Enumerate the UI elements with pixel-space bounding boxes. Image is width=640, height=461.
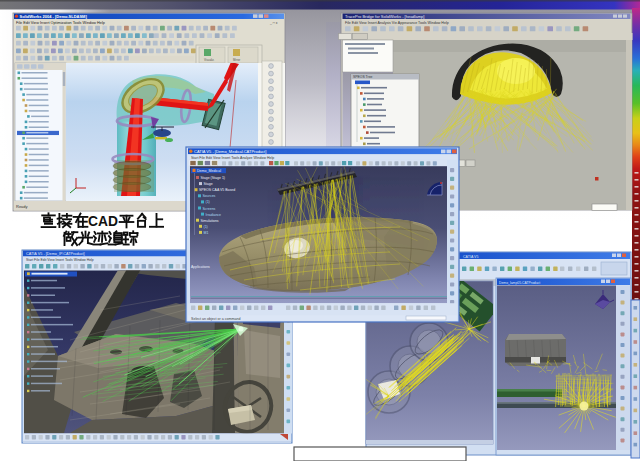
svg-text:M1: M1 bbox=[204, 231, 209, 235]
svg-text:CATIA V5: CATIA V5 bbox=[463, 255, 479, 259]
svg-text:Irradiance: Irradiance bbox=[206, 213, 222, 217]
svg-text:(1): (1) bbox=[204, 225, 208, 229]
svg-text:Select an object or a command: Select an object or a command bbox=[191, 317, 241, 321]
svg-text:Demo_Medical: Demo_Medical bbox=[197, 169, 221, 173]
svg-text:Start File Edit View: Start File Edit View Insert Tools Analyz… bbox=[191, 156, 274, 160]
svg-text:SPEOS CAA V5 Based: SPEOS CAA V5 Based bbox=[199, 188, 235, 192]
svg-text:File Edit View Insert Anal: File Edit View Insert Analysis Vie Appea… bbox=[345, 21, 449, 25]
svg-text:Stage: Stage bbox=[204, 182, 213, 186]
svg-text:Visualiz.: Visualiz. bbox=[204, 58, 215, 62]
svg-text:CATIA V5 - [Demo_Medical.CAT: CATIA V5 - [Demo_Medical.CATProduct] bbox=[194, 149, 266, 154]
svg-text:SPEOS Tree: SPEOS Tree bbox=[353, 75, 373, 79]
svg-text:CATIA V5 - [Demo_IP.CATProdu: CATIA V5 - [Demo_IP.CATProduct] bbox=[26, 252, 85, 256]
svg-text:Sources: Sources bbox=[203, 194, 216, 198]
svg-text:Screens: Screens bbox=[203, 207, 216, 211]
svg-text:(1): (1) bbox=[206, 200, 210, 204]
svg-text:TracePro Bridge for SolidWorks: TracePro Bridge for SolidWorks - [headla… bbox=[345, 14, 424, 19]
svg-text:Mirror: Mirror bbox=[233, 58, 240, 62]
svg-text:Applications: Applications bbox=[191, 265, 210, 269]
svg-text:SolidWorks 2004 - [Demo.SLDA: SolidWorks 2004 - [Demo.SLDASM] bbox=[20, 14, 88, 19]
svg-text:File Edit View Insert Opti: File Edit View Insert Optimization Tools… bbox=[16, 21, 105, 25]
svg-text:Ready: Ready bbox=[16, 204, 28, 209]
svg-text:Start File Edit View I: Start File Edit View Insert Tools Window… bbox=[26, 258, 94, 262]
svg-text:_ □ x: _ □ x bbox=[269, 21, 278, 25]
svg-text:Demo_lamp05.CATProduct: Demo_lamp05.CATProduct bbox=[499, 281, 540, 285]
svg-text:CAD: CAD bbox=[88, 214, 118, 229]
svg-text:Simulations: Simulations bbox=[201, 219, 219, 223]
svg-text:Stage (Stage 1): Stage (Stage 1) bbox=[201, 176, 226, 180]
